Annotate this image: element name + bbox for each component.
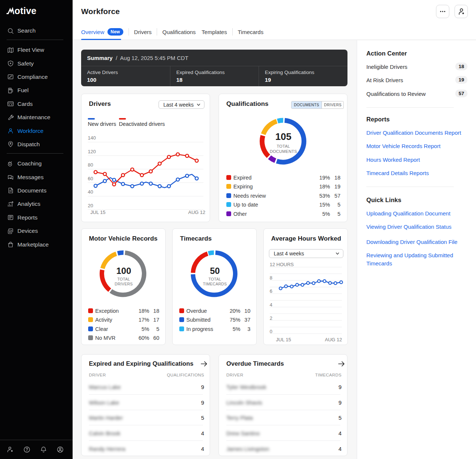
svg-text:otive: otive bbox=[14, 6, 36, 16]
